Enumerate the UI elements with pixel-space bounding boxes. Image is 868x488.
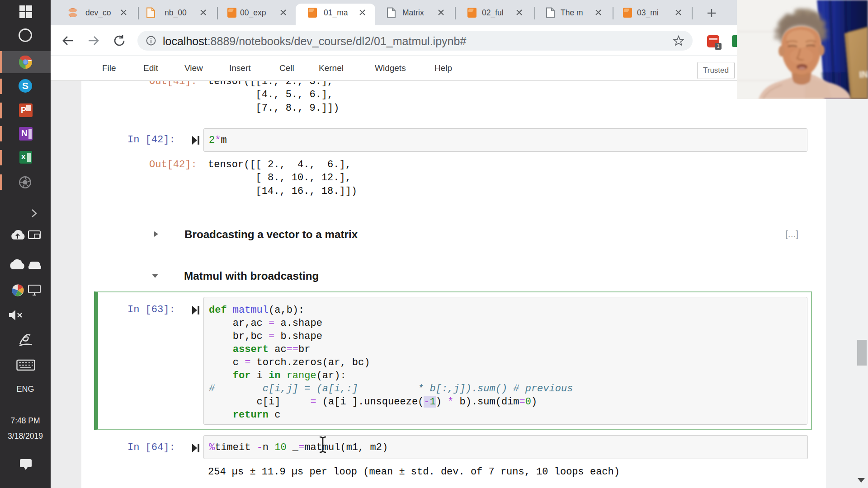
svg-text:IN: IN [859,69,868,80]
